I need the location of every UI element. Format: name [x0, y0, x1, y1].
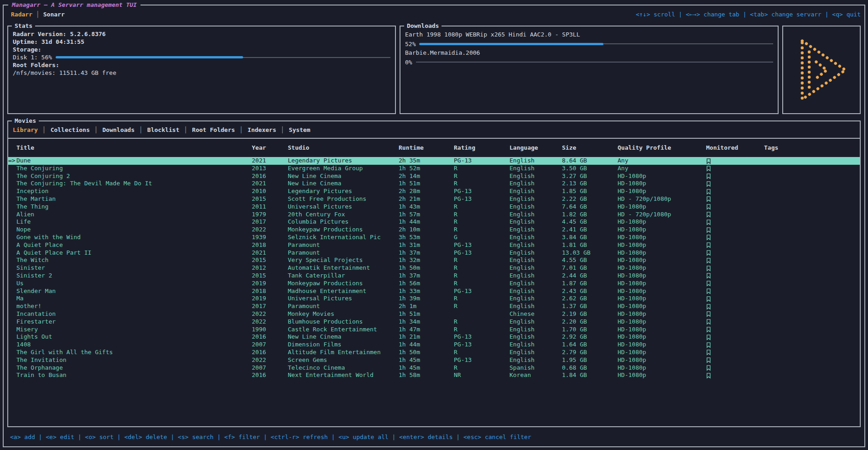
- movie-language: Korean: [509, 372, 562, 379]
- movies-tab-collections[interactable]: Collections: [46, 126, 94, 133]
- movies-tab-blocklist[interactable]: Blocklist: [143, 126, 184, 133]
- movie-row[interactable]: Slender Man2018Madhouse Entertainment1h …: [8, 288, 860, 295]
- movie-monitored: [706, 356, 764, 364]
- movie-title: Gone with the Wind: [16, 234, 252, 241]
- bookmark-icon: [706, 211, 711, 218]
- movie-runtime: 1h 31m: [399, 241, 454, 249]
- movie-quality-profile: HD-1080p: [618, 295, 706, 303]
- movies-tab-root-folders[interactable]: Root Folders: [187, 126, 239, 133]
- movie-size: 2.41 GB: [562, 226, 618, 234]
- movie-row[interactable]: Nope2022Monkeypaw Productions2h 10mREngl…: [8, 226, 860, 234]
- movie-row[interactable]: Gone with the Wind1939Selznick Internati…: [8, 234, 860, 241]
- movie-year: 2007: [252, 341, 288, 349]
- movie-row[interactable]: Sinister 22015Tank Caterpillar1h 37mREng…: [8, 272, 860, 280]
- movie-studio: New Line Cinema: [288, 333, 399, 341]
- movies-tab-system[interactable]: System: [284, 126, 315, 133]
- movie-studio: Universal Pictures: [288, 203, 399, 211]
- download-progress-track: [416, 58, 773, 67]
- movie-size: 7.01 GB: [562, 264, 618, 272]
- movie-title: The Conjuring: [16, 165, 252, 173]
- movies-tab-library[interactable]: Library: [8, 126, 42, 133]
- bookmark-icon: [706, 303, 711, 310]
- movie-runtime: 1h 51m: [399, 310, 454, 318]
- movie-row[interactable]: 14082007Dimension Films1h 44mPG-13Englis…: [8, 341, 860, 349]
- movie-size: 2.43 GB: [562, 288, 618, 295]
- movie-monitored: [706, 310, 764, 318]
- movie-row[interactable]: The Martian2015Scott Free Productions2h …: [8, 195, 860, 203]
- bookmark-icon: [706, 357, 711, 363]
- movie-rating: R: [454, 326, 509, 334]
- movie-rating: PG-13: [454, 341, 509, 349]
- movie-size: 1.70 GB: [562, 326, 618, 334]
- bookmark-icon: [706, 196, 711, 202]
- movie-runtime: 1h 44m: [399, 341, 454, 349]
- movie-row[interactable]: Sinister2012Automatik Entertainment1h 50…: [8, 264, 860, 272]
- movie-size: 4.55 GB: [562, 256, 618, 264]
- movie-language: English: [509, 326, 562, 334]
- servarr-tab-sonarr[interactable]: Sonarr: [40, 11, 68, 18]
- download-progress-fill: [419, 43, 603, 45]
- movie-row[interactable]: A Quiet Place2018Paramount1h 31mPG-13Eng…: [8, 241, 860, 249]
- movie-rating: R: [454, 364, 509, 372]
- bookmark-icon: [706, 272, 711, 279]
- movie-row[interactable]: The Witch2015Very Special Projects1h 32m…: [8, 256, 860, 264]
- movie-row[interactable]: The Thing2011Universal Pictures1h 43mREn…: [8, 203, 860, 211]
- movie-title: Firestarter: [16, 318, 252, 326]
- movie-row[interactable]: Alien197920th Century Fox1h 57mREnglish1…: [8, 211, 860, 219]
- movie-title: A Quiet Place Part II: [16, 249, 252, 257]
- movie-year: 2021: [252, 157, 288, 165]
- movie-row[interactable]: Lights Out2016New Line Cinema1h 21mPG-13…: [8, 333, 860, 341]
- movie-row[interactable]: Incantation2022Monkey Movies1h 51mChines…: [8, 310, 860, 318]
- download-progress-gauge: 0%: [405, 58, 773, 67]
- movie-runtime: 1h 43m: [399, 203, 454, 211]
- movie-row[interactable]: Life2017Columbia Pictures1h 44mREnglish4…: [8, 218, 860, 226]
- movie-monitored: [706, 234, 764, 241]
- movie-row[interactable]: The Orphanage2007Telecinco Cinema1h 45mR…: [8, 364, 860, 372]
- movie-title: Sinister: [16, 264, 252, 272]
- movie-row[interactable]: Firestarter2022Blumhouse Productions1h 3…: [8, 318, 860, 326]
- movie-monitored: [706, 173, 764, 180]
- movie-language: English: [509, 218, 562, 226]
- movie-rating: PG-13: [454, 356, 509, 364]
- movie-row[interactable]: Us2019Monkeypaw Productions1h 56mREnglis…: [8, 280, 860, 288]
- movie-year: 2010: [252, 188, 288, 195]
- movies-tab-downloads[interactable]: Downloads: [98, 126, 139, 133]
- movie-language: English: [509, 165, 562, 173]
- bookmark-icon: [706, 158, 711, 164]
- movie-row[interactable]: Ma2019Universal Pictures1h 39mREnglish2.…: [8, 295, 860, 303]
- movie-row[interactable]: The Conjuring2013Evergreen Media Group1h…: [8, 165, 860, 173]
- movie-studio: Paramount: [288, 249, 399, 257]
- movie-runtime: 1h 33m: [399, 288, 454, 295]
- movie-row[interactable]: Misery1990Castle Rock Entertainment1h 47…: [8, 326, 860, 334]
- movie-row[interactable]: A Quiet Place Part II2021Paramount1h 37m…: [8, 249, 860, 257]
- movie-row[interactable]: Train to Busan2016Next Entertainment Wor…: [8, 372, 860, 379]
- movie-row[interactable]: Inception2010Legendary Pictures2h 28mPG-…: [8, 188, 860, 195]
- movie-year: 2018: [252, 288, 288, 295]
- servarr-tab-radarr[interactable]: Radarr: [7, 11, 36, 18]
- movie-row[interactable]: The Girl with All the Gifts2016Altitude …: [8, 349, 860, 356]
- movie-row[interactable]: =>Dune2021Legendary Pictures2h 35mPG-13E…: [8, 157, 860, 165]
- movie-quality-profile: HD-1080p: [618, 272, 706, 280]
- movie-size: 1.85 GB: [562, 188, 618, 195]
- movie-row[interactable]: The Conjuring 22016New Line Cinema2h 14m…: [8, 173, 860, 180]
- movie-row[interactable]: mother!2017Paramount2h 1mREnglish1.37 GB…: [8, 303, 860, 310]
- bookmark-icon: [706, 326, 711, 333]
- movie-runtime: 2h 10m: [399, 226, 454, 234]
- movie-monitored: [706, 341, 764, 349]
- movie-runtime: 1h 47m: [399, 326, 454, 334]
- movie-studio: Tank Caterpillar: [288, 272, 399, 280]
- movie-studio: Scott Free Productions: [288, 195, 399, 203]
- movie-row[interactable]: The Invitation2022Screen Gems1h 45mPG-13…: [8, 356, 860, 364]
- movie-quality-profile: HD-1080p: [618, 372, 706, 379]
- movie-rating: R: [454, 272, 509, 280]
- movie-monitored: [706, 326, 764, 334]
- movie-year: 2022: [252, 310, 288, 318]
- movies-tab-indexers[interactable]: Indexers: [243, 126, 281, 133]
- movie-runtime: 2h 28m: [399, 188, 454, 195]
- root-folder-value: /nfs/movies: 11511.43 GB free: [13, 69, 116, 76]
- movie-year: 2017: [252, 218, 288, 226]
- movie-year: 1990: [252, 326, 288, 334]
- movie-studio: Telecinco Cinema: [288, 364, 399, 372]
- movie-language: English: [509, 349, 562, 356]
- movie-row[interactable]: The Conjuring: The Devil Made Me Do It20…: [8, 180, 860, 188]
